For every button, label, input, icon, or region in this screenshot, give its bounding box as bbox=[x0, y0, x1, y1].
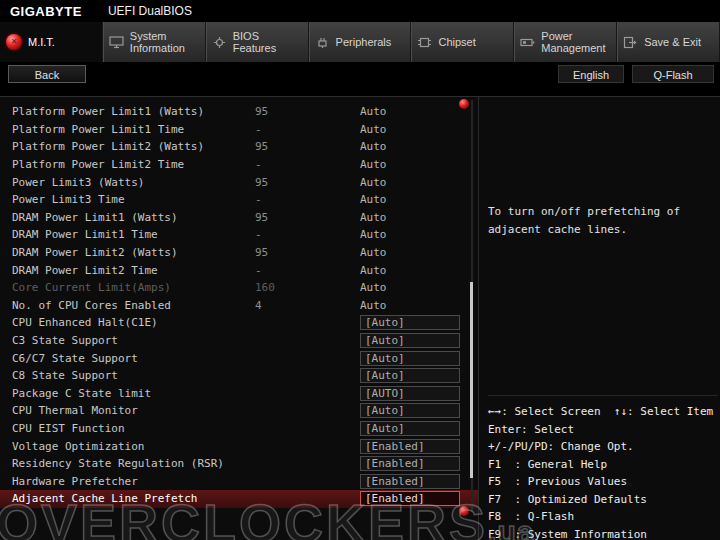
tab-label: Power Management bbox=[541, 30, 610, 54]
setting-option-value[interactable]: [Auto] bbox=[360, 368, 460, 383]
settings-row[interactable]: C3 State Support [Auto] bbox=[0, 332, 478, 350]
tab-mit[interactable]: M.I.T. bbox=[0, 22, 103, 62]
panel-divider bbox=[478, 96, 479, 540]
setting-label: Platform Power Limit2 Time bbox=[12, 158, 255, 171]
tab-chipset[interactable]: Chipset bbox=[411, 22, 514, 62]
setting-label: Residency State Regulation (RSR) bbox=[12, 457, 255, 470]
setting-option-value[interactable]: Auto bbox=[360, 264, 478, 277]
setting-option-value[interactable]: [Auto] bbox=[360, 333, 460, 348]
setting-option-value[interactable]: Auto bbox=[360, 211, 478, 224]
tab-power-management[interactable]: Power Management bbox=[514, 22, 617, 62]
setting-option-value[interactable]: Auto bbox=[360, 228, 478, 241]
setting-option-value[interactable]: Auto bbox=[360, 246, 478, 259]
settings-row[interactable]: Package C State limit [AUTO] bbox=[0, 385, 478, 403]
settings-row[interactable]: Core Current Limit(Amps) 160 Auto bbox=[0, 279, 478, 297]
tab-bios-features[interactable]: BIOS Features bbox=[206, 22, 309, 62]
settings-row[interactable]: C8 State Support [Auto] bbox=[0, 367, 478, 385]
main-content: Platform Power Limit1 (Watts) 95 Auto Pl… bbox=[0, 96, 720, 540]
settings-row[interactable]: Platform Power Limit1 (Watts) 95 Auto bbox=[0, 103, 478, 121]
setting-option-value[interactable]: Auto bbox=[360, 176, 478, 189]
settings-row[interactable]: CPU Enhanced Halt(C1E) [Auto] bbox=[0, 314, 478, 332]
setting-option-value[interactable]: [Auto] bbox=[360, 421, 460, 436]
settings-row[interactable]: Platform Power Limit1 Time - Auto bbox=[0, 121, 478, 139]
setting-option-value[interactable]: Auto bbox=[360, 299, 478, 312]
tab-peripherals[interactable]: Peripherals bbox=[309, 22, 412, 62]
settings-row[interactable]: C6/C7 State Support [Auto] bbox=[0, 349, 478, 367]
setting-option-value[interactable]: Auto bbox=[360, 193, 478, 206]
settings-row[interactable]: Power Limit3 (Watts) 95 Auto bbox=[0, 173, 478, 191]
setting-current-value: 95 bbox=[255, 246, 360, 259]
settings-row[interactable]: Platform Power Limit2 Time - Auto bbox=[0, 156, 478, 174]
tab-label: Peripherals bbox=[336, 36, 392, 48]
hotkey-hint: F9 : System Information bbox=[488, 526, 718, 540]
setting-option-value[interactable]: [Enabled] bbox=[360, 491, 460, 506]
setting-label: Power Limit3 (Watts) bbox=[12, 176, 255, 189]
settings-row[interactable]: No. of CPU Cores Enabled 4 Auto bbox=[0, 297, 478, 315]
setting-current-value: - bbox=[255, 228, 360, 241]
setting-label: Adjacent Cache Line Prefetch bbox=[12, 492, 255, 505]
setting-label: DRAM Power Limit1 (Watts) bbox=[12, 211, 255, 224]
settings-row[interactable]: Adjacent Cache Line Prefetch [Enabled] bbox=[0, 490, 478, 508]
setting-option-value[interactable]: [Enabled] bbox=[360, 456, 460, 471]
hotkey-hint: F1 : General Help bbox=[488, 456, 718, 474]
power-management-icon bbox=[520, 36, 535, 49]
language-button[interactable]: English bbox=[558, 65, 624, 83]
setting-option-value[interactable]: Auto bbox=[360, 123, 478, 136]
setting-label: Platform Power Limit1 (Watts) bbox=[12, 105, 255, 118]
settings-row[interactable]: Residency State Regulation (RSR) [Enable… bbox=[0, 455, 478, 473]
settings-row[interactable]: CPU Thermal Monitor [Auto] bbox=[0, 402, 478, 420]
settings-row[interactable]: DRAM Power Limit2 (Watts) 95 Auto bbox=[0, 244, 478, 262]
settings-row[interactable]: DRAM Power Limit1 (Watts) 95 Auto bbox=[0, 209, 478, 227]
settings-row[interactable]: Voltage Optimization [Enabled] bbox=[0, 437, 478, 455]
qflash-button[interactable]: Q-Flash bbox=[632, 65, 714, 83]
setting-label: No. of CPU Cores Enabled bbox=[12, 299, 255, 312]
tab-bar: M.I.T. System Information BIOS Features … bbox=[0, 22, 720, 62]
setting-current-value: 95 bbox=[255, 211, 360, 224]
tab-label: M.I.T. bbox=[28, 36, 55, 48]
setting-option-value[interactable]: Auto bbox=[360, 158, 478, 171]
hotkey-hint: ←→: Select Screen ↑↓: Select Item bbox=[488, 403, 718, 421]
setting-label: DRAM Power Limit1 Time bbox=[12, 228, 255, 241]
hotkey-hint: +/-/PU/PD: Change Opt. bbox=[488, 438, 718, 456]
hotkey-hint: F5 : Previous Values bbox=[488, 473, 718, 491]
setting-option-value[interactable]: Auto bbox=[360, 281, 478, 294]
bios-features-icon bbox=[212, 36, 227, 49]
setting-label: Platform Power Limit2 (Watts) bbox=[12, 140, 255, 153]
settings-row[interactable]: CPU EIST Function [Auto] bbox=[0, 420, 478, 438]
hotkey-hint: F8 : Q-Flash bbox=[488, 508, 718, 526]
settings-row[interactable]: Hardware Prefetcher [Enabled] bbox=[0, 472, 478, 490]
peripherals-icon bbox=[315, 36, 330, 49]
settings-row[interactable]: DRAM Power Limit2 Time - Auto bbox=[0, 261, 478, 279]
setting-label: Package C State limit bbox=[12, 387, 255, 400]
setting-option-value[interactable]: [Enabled] bbox=[360, 474, 460, 489]
setting-current-value: 160 bbox=[255, 281, 360, 294]
setting-option-value[interactable]: [Auto] bbox=[360, 315, 460, 330]
settings-row[interactable]: Power Limit3 Time - Auto bbox=[0, 191, 478, 209]
back-button[interactable]: Back bbox=[8, 65, 86, 83]
setting-option-value[interactable]: [Auto] bbox=[360, 403, 460, 418]
title-bar: GIGABYTE UEFI DualBIOS bbox=[0, 0, 720, 22]
chipset-icon bbox=[417, 36, 432, 49]
bios-setup-screen: GIGABYTE UEFI DualBIOS M.I.T. System Inf… bbox=[0, 0, 720, 540]
setting-label: Voltage Optimization bbox=[12, 440, 255, 453]
sub-toolbar: Back English Q-Flash bbox=[0, 62, 720, 99]
setting-current-value: 95 bbox=[255, 140, 360, 153]
scroll-down-indicator[interactable] bbox=[459, 506, 469, 516]
mit-icon bbox=[6, 34, 22, 50]
setting-option-value[interactable]: [Enabled] bbox=[360, 439, 460, 454]
setting-option-value[interactable]: Auto bbox=[360, 140, 478, 153]
tab-label: System Information bbox=[130, 30, 199, 54]
setting-option-value[interactable]: [Auto] bbox=[360, 351, 460, 366]
settings-row[interactable]: Platform Power Limit2 (Watts) 95 Auto bbox=[0, 138, 478, 156]
gigabyte-logo: GIGABYTE bbox=[10, 4, 82, 19]
settings-row[interactable]: DRAM Power Limit1 Time - Auto bbox=[0, 226, 478, 244]
setting-current-value: - bbox=[255, 193, 360, 206]
scrollbar-thumb[interactable] bbox=[470, 282, 473, 478]
hotkey-list: ←→: Select Screen ↑↓: Select Item Enter:… bbox=[488, 395, 718, 540]
tab-system-information[interactable]: System Information bbox=[103, 22, 206, 62]
setting-label: CPU EIST Function bbox=[12, 422, 255, 435]
bios-title: UEFI DualBIOS bbox=[108, 4, 192, 18]
tab-save-exit[interactable]: Save & Exit bbox=[617, 22, 720, 62]
scroll-up-indicator[interactable] bbox=[459, 99, 469, 109]
setting-option-value[interactable]: [AUTO] bbox=[360, 386, 460, 401]
